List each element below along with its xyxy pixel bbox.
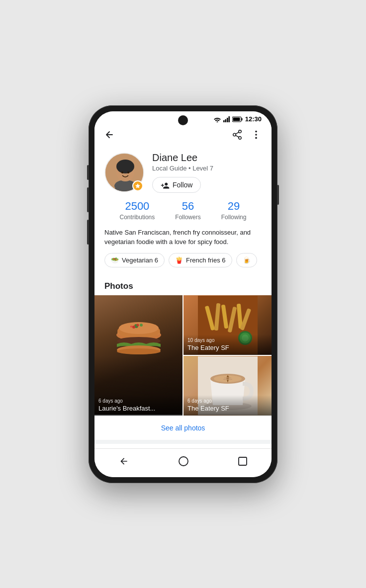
- status-time: 12:30: [245, 115, 262, 123]
- signal-icon: [223, 116, 230, 122]
- profile-top-row: Diane Lee Local Guide • Level 7 Follow: [104, 152, 262, 193]
- photo-item-coffee[interactable]: 6 days ago The Eatery SF: [183, 356, 272, 416]
- svg-rect-0: [223, 120, 225, 122]
- main-content: Diane Lee Local Guide • Level 7 Follow: [94, 146, 272, 448]
- battery-icon: [232, 116, 243, 122]
- svg-point-13: [255, 134, 257, 136]
- svg-line-11: [236, 132, 239, 134]
- followers-label: Followers: [175, 214, 200, 221]
- svg-rect-6: [233, 117, 240, 121]
- contributions-label: Contributions: [120, 214, 155, 221]
- photo-caption-2: 10 days ago The Eatery SF: [183, 335, 272, 355]
- photo-location-3: The Eatery SF: [187, 405, 229, 412]
- reviews-section-header: Reviews: [94, 440, 272, 448]
- photo-caption-1: 6 days ago Laurie's Breakfast...: [94, 395, 183, 416]
- svg-line-10: [236, 135, 239, 137]
- status-icons: 12:30: [213, 115, 262, 123]
- follow-label: Follow: [173, 181, 192, 189]
- system-home-icon: [178, 456, 189, 467]
- phone-power-button: [277, 185, 279, 205]
- photo-item-burger[interactable]: 6 days ago Laurie's Breakfast...: [94, 295, 183, 416]
- photo-time-1: 6 days ago: [98, 398, 179, 404]
- following-stat[interactable]: 29 Following: [221, 200, 247, 221]
- svg-point-19: [116, 160, 134, 173]
- back-arrow-icon: [104, 130, 114, 140]
- wifi-icon: [213, 116, 221, 122]
- phone-frame: 12:30: [89, 105, 277, 483]
- stats-row: 2500 Contributions 56 Followers 29 Follo…: [104, 200, 262, 221]
- phone-screen: 12:30: [94, 111, 272, 477]
- vegetarian-emoji: 🥗: [111, 256, 119, 264]
- contributions-value: 2500: [125, 200, 149, 213]
- photo-location-2: The Eatery SF: [187, 344, 229, 351]
- svg-point-20: [121, 171, 123, 173]
- local-guide-badge: [132, 180, 143, 191]
- svg-point-8: [233, 133, 236, 136]
- phone-volume-up-button: [87, 187, 89, 212]
- tag-vegetarian[interactable]: 🥗 Vegetarian 6: [104, 253, 165, 267]
- back-button[interactable]: [102, 128, 116, 142]
- photos-section: Photos: [94, 275, 272, 448]
- bottom-navigation: [94, 448, 272, 477]
- photo-item-fries[interactable]: 10 days ago The Eatery SF: [183, 295, 272, 355]
- see-all-photos-button[interactable]: See all photos: [94, 416, 272, 440]
- photo-time-3: 6 days ago: [187, 398, 268, 404]
- system-recents-icon: [238, 457, 247, 466]
- followers-value: 56: [182, 200, 194, 213]
- phone-mute-button: [87, 165, 89, 180]
- svg-point-51: [179, 457, 188, 466]
- svg-point-7: [239, 130, 242, 133]
- svg-rect-52: [239, 457, 247, 465]
- system-back-button[interactable]: [109, 454, 139, 470]
- svg-point-12: [255, 130, 257, 132]
- svg-point-21: [127, 171, 129, 173]
- system-recents-button[interactable]: [228, 455, 257, 469]
- svg-point-14: [255, 137, 257, 139]
- more-dots-icon: [251, 129, 262, 140]
- profile-info: Diane Lee Local Guide • Level 7 Follow: [152, 152, 262, 193]
- profile-section: Diane Lee Local Guide • Level 7 Follow: [94, 146, 272, 275]
- followers-stat[interactable]: 56 Followers: [175, 200, 200, 221]
- photos-grid: 6 days ago Laurie's Breakfast...: [94, 295, 272, 416]
- system-home-button[interactable]: [168, 454, 199, 470]
- profile-name: Diane Lee: [152, 152, 262, 164]
- more-options-button[interactable]: [249, 127, 264, 142]
- following-label: Following: [221, 214, 247, 221]
- photo-location-1: Laurie's Breakfast...: [98, 405, 155, 412]
- star-icon: [135, 183, 141, 189]
- following-value: 29: [228, 200, 240, 213]
- share-icon: [232, 129, 243, 140]
- nav-right-actions: [230, 127, 264, 142]
- photo-time-2: 10 days ago: [187, 337, 268, 343]
- profile-bio: Native San Franciscan, french fry connoi…: [104, 228, 262, 247]
- tag-french-fries[interactable]: 🍟 French fries 6: [169, 253, 232, 267]
- profile-subtitle: Local Guide • Level 7: [152, 165, 262, 172]
- svg-rect-2: [227, 118, 228, 122]
- photo-caption-3: 6 days ago The Eatery SF: [183, 395, 272, 416]
- follow-button[interactable]: Follow: [152, 177, 201, 193]
- tag-drinks[interactable]: 🍺: [236, 253, 257, 267]
- svg-rect-3: [228, 116, 230, 122]
- vegetarian-label: Vegetarian 6: [122, 256, 158, 264]
- svg-point-9: [239, 136, 242, 139]
- phone-volume-down-button: [87, 220, 89, 245]
- share-button[interactable]: [230, 127, 245, 142]
- follow-person-icon: [161, 181, 170, 189]
- fries-emoji: 🍟: [175, 256, 183, 264]
- tags-row: 🥗 Vegetarian 6 🍟 French fries 6 🍺: [104, 253, 262, 267]
- avatar-container: [104, 153, 144, 192]
- photos-section-title: Photos: [94, 275, 272, 295]
- system-back-icon: [119, 456, 129, 466]
- drinks-emoji: 🍺: [243, 256, 251, 264]
- top-navigation: [94, 125, 272, 146]
- fries-label: French fries 6: [186, 256, 225, 264]
- phone-camera: [178, 115, 188, 125]
- svg-rect-5: [241, 118, 242, 120]
- svg-rect-1: [225, 119, 226, 122]
- contributions-stat[interactable]: 2500 Contributions: [120, 200, 155, 221]
